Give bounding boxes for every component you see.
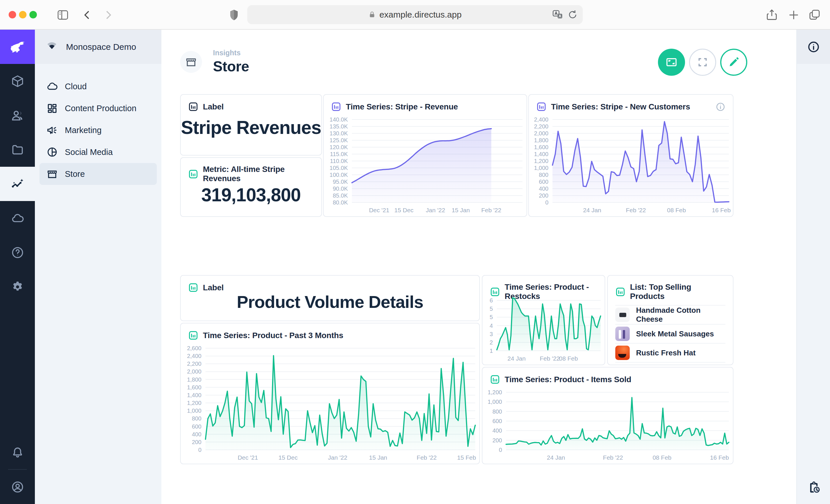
panel-chart-icon (536, 102, 546, 112)
module-files[interactable] (0, 132, 35, 167)
svg-text:0: 0 (545, 199, 548, 206)
pencil-icon (728, 56, 740, 68)
svg-text:1,200: 1,200 (534, 158, 548, 164)
sidebar-item-marketing[interactable]: Marketing (39, 119, 157, 141)
svg-text:200: 200 (192, 439, 201, 445)
module-help[interactable] (0, 235, 35, 270)
privacy-shield-icon[interactable] (228, 9, 241, 21)
project-header[interactable]: Monospace Demo (35, 30, 161, 64)
panel-top-selling-products[interactable]: List: Top Selling Products Handmade Cott… (607, 275, 733, 365)
sidebar-item-social-media[interactable]: Social Media (39, 141, 157, 163)
back-button[interactable] (81, 9, 94, 21)
svg-text:1,600: 1,600 (187, 384, 201, 391)
product-thumbnail (615, 327, 630, 341)
product-name: Handmade Cotton Cheese (636, 306, 725, 324)
notifications-button[interactable] (0, 435, 35, 469)
panel-stripe-new-customers[interactable]: Time Series: Stripe - New Customers 2,40… (528, 94, 733, 217)
svg-text:15 Dec: 15 Dec (394, 207, 414, 213)
list-item[interactable]: Rustic Fresh Hat (615, 343, 725, 362)
directus-logo[interactable] (0, 30, 35, 64)
pie-chart-icon (46, 146, 58, 158)
module-insights[interactable] (0, 167, 35, 201)
storefront-icon (46, 168, 58, 180)
product-past-3-months-chart: 2,6002,4002,2002,0001,8001,6001,4001,200… (181, 342, 479, 463)
sidebar-info-button[interactable] (797, 30, 830, 64)
svg-text:1,800: 1,800 (187, 376, 201, 383)
panel-stripe-revenue[interactable]: Time Series: Stripe - Revenue 140.0K135.… (323, 94, 527, 217)
product-items-sold-chart: 1,2001,000800600400200024 JanFeb '2208 F… (483, 386, 732, 463)
list-item[interactable]: Handmade Cotton Cheese (615, 305, 725, 324)
svg-text:1,200: 1,200 (187, 400, 201, 406)
panel-info-icon[interactable] (715, 102, 725, 112)
fit-to-grid-button[interactable] (658, 49, 685, 76)
panel-product-items-sold[interactable]: Time Series: Product - Items Sold 1,2001… (482, 367, 733, 464)
lock-icon (368, 11, 376, 19)
avatar-icon (11, 480, 24, 494)
breadcrumb[interactable]: Insights (213, 49, 249, 57)
svg-text:Dec '21: Dec '21 (238, 454, 258, 461)
sidebar-item-label: Cloud (65, 82, 87, 91)
svg-text:24 Jan: 24 Jan (583, 207, 601, 213)
panel-title: Time Series: Product - Items Sold (505, 375, 631, 384)
sidebar-item-label: Social Media (65, 147, 113, 157)
tab-overview-icon[interactable] (808, 9, 821, 21)
activity-log-button[interactable] (797, 481, 830, 494)
sidebar-item-label: Marketing (65, 126, 101, 135)
panel-product-restocks[interactable]: Time Series: Product - Restocks 65543212… (482, 275, 605, 365)
fullscreen-window-button[interactable] (29, 11, 37, 19)
module-cloud[interactable] (0, 201, 35, 235)
new-tab-icon[interactable] (787, 9, 800, 21)
svg-text:110.0K: 110.0K (330, 158, 348, 164)
sidebar-item-store[interactable]: Store (39, 163, 157, 185)
module-users[interactable] (0, 98, 35, 132)
module-settings[interactable] (0, 270, 35, 304)
panel-metric-stripe[interactable]: Metric: All-time Stripe Revenues 319,103… (180, 157, 322, 217)
sidebar-item-cloud[interactable]: Cloud (39, 75, 157, 97)
svg-text:2,000: 2,000 (187, 368, 201, 375)
list-item[interactable]: Sleek Metal Sausages (615, 324, 725, 343)
panel-label-stripe[interactable]: Label Stripe Revenues (180, 94, 322, 156)
product-thumbnail (615, 346, 630, 360)
svg-text:6: 6 (490, 297, 493, 304)
forward-button[interactable] (101, 9, 114, 21)
edit-dashboard-button[interactable] (720, 49, 747, 76)
page-title: Store (213, 58, 249, 75)
fullscreen-button[interactable] (689, 49, 716, 76)
panel-chart-icon (188, 169, 198, 179)
module-collections[interactable] (0, 64, 35, 98)
panel-chart-icon (331, 102, 341, 112)
panel-chart-icon (188, 282, 198, 293)
svg-text:08 Feb: 08 Feb (667, 207, 686, 213)
svg-text:100.0K: 100.0K (330, 172, 348, 178)
panel-product-past-3-months[interactable]: Time Series: Product - Past 3 Months 2,6… (180, 323, 480, 464)
cloud-icon (46, 81, 58, 92)
panel-label-product[interactable]: Label Product Volume Details (180, 275, 480, 321)
dashboard-avatar (180, 51, 202, 73)
list-item[interactable]: Tasty Plastic Shirt (615, 362, 725, 365)
cloud-icon (11, 212, 24, 225)
minimize-window-button[interactable] (19, 11, 27, 19)
svg-text:200: 200 (539, 192, 548, 199)
stripe-revenue-chart: 140.0K135.0K130.0K125.0K120.0K115.0K110.… (324, 113, 526, 216)
url-text: example.directus.app (379, 10, 461, 20)
svg-text:Feb '22: Feb '22 (417, 454, 437, 461)
share-icon[interactable] (765, 9, 778, 21)
address-bar[interactable]: example.directus.app (247, 5, 583, 24)
svg-text:1,200: 1,200 (488, 389, 502, 396)
project-name: Monospace Demo (66, 42, 136, 52)
sidebar-toggle-icon[interactable] (57, 9, 69, 21)
panel-title: Time Series: Stripe - Revenue (346, 102, 458, 111)
info-icon (807, 41, 820, 53)
bell-icon (11, 445, 24, 459)
grid-icon (46, 103, 58, 114)
close-window-button[interactable] (9, 11, 16, 19)
account-button[interactable] (0, 470, 35, 504)
svg-text:125.0K: 125.0K (330, 137, 348, 143)
panel-title: Time Series: Product - Past 3 Months (203, 331, 343, 340)
sidebar-item-content-production[interactable]: Content Production (39, 97, 157, 119)
reload-icon[interactable] (567, 9, 578, 22)
svg-text:0: 0 (198, 447, 201, 453)
svg-text:5: 5 (490, 306, 493, 312)
translate-icon[interactable] (552, 9, 563, 22)
svg-text:115.0K: 115.0K (330, 151, 348, 157)
